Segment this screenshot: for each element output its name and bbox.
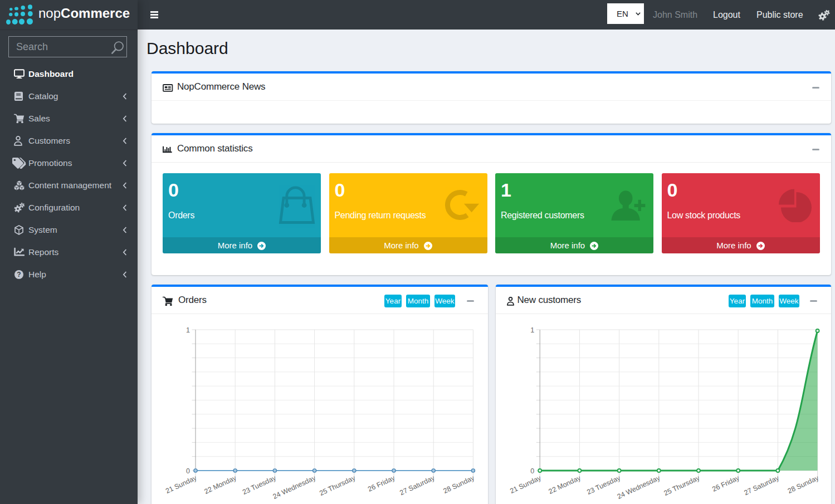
svg-text:0: 0 — [530, 467, 534, 475]
svg-text:22 Monday: 22 Monday — [203, 474, 238, 496]
svg-text:25 Thursday: 25 Thursday — [318, 474, 357, 497]
svg-text:21 Sunday: 21 Sunday — [509, 474, 543, 495]
svg-text:26 Friday: 26 Friday — [711, 474, 741, 493]
svg-text:24 Wednesday: 24 Wednesday — [272, 474, 318, 501]
svg-text:28 Sunday: 28 Sunday — [787, 474, 821, 495]
svg-text:26 Friday: 26 Friday — [367, 474, 397, 493]
svg-text:1: 1 — [530, 326, 534, 334]
svg-text:27 Saturday: 27 Saturday — [398, 474, 436, 497]
svg-text:0: 0 — [186, 467, 190, 475]
svg-text:24 Wednesday: 24 Wednesday — [616, 474, 662, 501]
svg-text:22 Monday: 22 Monday — [548, 474, 583, 496]
svg-text:1: 1 — [186, 326, 190, 334]
svg-text:25 Thursday: 25 Thursday — [663, 474, 701, 497]
svg-text:27 Saturday: 27 Saturday — [743, 474, 781, 497]
svg-text:?: ? — [17, 271, 21, 278]
svg-text:28 Sunday: 28 Sunday — [442, 474, 476, 495]
svg-text:21 Sunday: 21 Sunday — [164, 474, 198, 495]
